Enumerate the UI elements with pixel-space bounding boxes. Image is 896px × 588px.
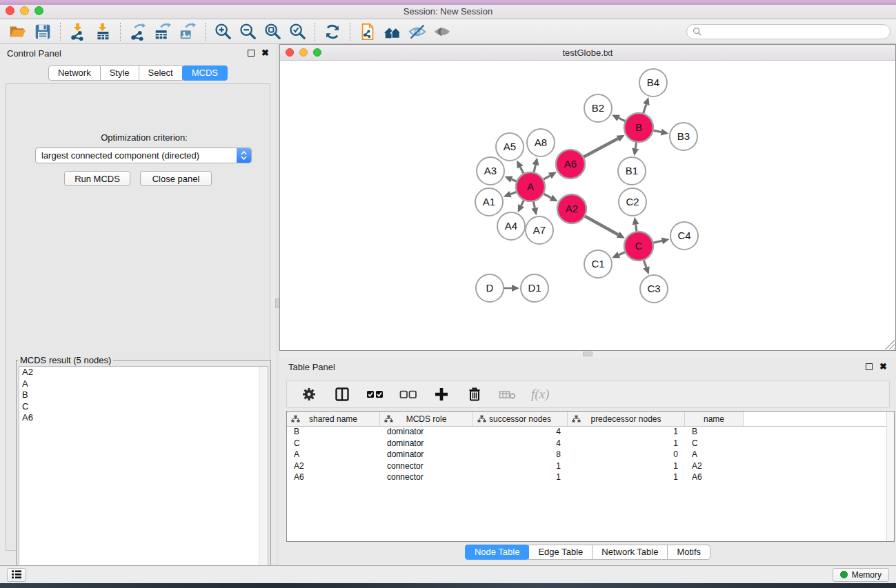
column-header-shared-name[interactable]: shared name <box>287 412 380 426</box>
edge-A6-B[interactable] <box>584 139 619 157</box>
table-cell[interactable]: dominator <box>380 427 473 438</box>
tab-motifs[interactable]: Motifs <box>667 545 710 560</box>
table-cell[interactable]: connector <box>380 461 473 473</box>
open-session-button[interactable] <box>6 21 30 42</box>
tab-select[interactable]: Select <box>139 65 183 81</box>
edge-B-B4[interactable] <box>643 104 646 114</box>
tab-edge-table[interactable]: Edge Table <box>528 545 593 560</box>
result-list-item[interactable]: C <box>19 401 268 413</box>
table-scrollbar[interactable] <box>886 412 894 541</box>
column-header-successor-nodes[interactable]: successor nodes <box>473 412 568 426</box>
edge-A-A4[interactable] <box>521 200 524 206</box>
edge-C-C3[interactable] <box>644 260 646 267</box>
close-panel-icon[interactable]: ✖ <box>261 50 269 57</box>
task-history-button[interactable] <box>7 568 26 582</box>
edge-A-A5[interactable] <box>520 167 524 174</box>
result-list-item[interactable]: A6 <box>19 412 268 424</box>
table-cell[interactable]: 1 <box>473 472 568 484</box>
zoom-out-button[interactable] <box>235 21 260 42</box>
result-list-scrollbar[interactable] <box>259 367 268 587</box>
column-header-mcds-role[interactable]: MCDS role <box>380 412 473 426</box>
criterion-dropdown[interactable]: largest connected component (directed) <box>35 148 252 163</box>
close-panel-button[interactable]: Close panel <box>140 171 212 186</box>
close-panel-icon[interactable]: ✖ <box>879 363 887 370</box>
edge-A-A7[interactable] <box>533 201 535 208</box>
edge-A-A1[interactable] <box>510 192 517 194</box>
table-cell[interactable]: dominator <box>380 438 473 450</box>
network-canvas[interactable]: AA1A2A3A4A5A6A7A8BB1B2B3B4CC1C2C3C4DD1 <box>280 61 895 350</box>
table-cell[interactable]: 4 <box>473 438 568 450</box>
home-layout-button[interactable] <box>380 21 405 42</box>
mcds-result-list[interactable]: A2ABCA6 <box>19 366 268 587</box>
zoom-selected-button[interactable] <box>285 21 310 42</box>
tab-node-table[interactable]: Node Table <box>465 545 530 560</box>
tab-mcds[interactable]: MCDS <box>182 65 228 81</box>
unselect-all-button[interactable] <box>399 385 418 404</box>
edge-B-B3[interactable] <box>653 130 661 132</box>
hide-selected-button[interactable] <box>405 21 430 42</box>
table-cell[interactable]: 0 <box>568 449 685 461</box>
table-cell[interactable]: C <box>685 438 744 450</box>
float-panel-icon[interactable] <box>866 363 873 370</box>
result-list-item[interactable]: B <box>19 389 268 401</box>
table-cell[interactable]: dominator <box>380 449 473 461</box>
table-cell[interactable]: 1 <box>473 461 568 473</box>
table-cell[interactable]: A <box>287 449 380 461</box>
export-network-button[interactable] <box>126 21 150 42</box>
table-cell[interactable]: A2 <box>685 461 744 473</box>
show-columns-button[interactable] <box>332 385 352 404</box>
select-all-button[interactable] <box>366 385 385 404</box>
app-titlebar[interactable]: Session: New Session <box>0 0 896 19</box>
table-row[interactable]: Adominator80A <box>287 449 894 461</box>
edge-A-A3[interactable] <box>512 179 517 181</box>
search-input[interactable] <box>705 27 884 37</box>
column-header-predecessor-nodes[interactable]: predecessor nodes <box>568 412 685 426</box>
tab-network[interactable]: Network <box>48 65 101 81</box>
table-cell[interactable]: 1 <box>568 438 685 450</box>
run-mcds-button[interactable]: Run MCDS <box>64 171 130 186</box>
tab-network-table[interactable]: Network Table <box>592 545 668 560</box>
edge-C-C2[interactable] <box>636 225 637 232</box>
show-all-button[interactable] <box>430 21 455 42</box>
delete-columns-button[interactable] <box>465 385 484 404</box>
table-cell[interactable]: 1 <box>568 472 685 484</box>
table-row[interactable]: Cdominator41C <box>287 438 894 450</box>
table-cell[interactable]: B <box>287 427 380 438</box>
export-table-button[interactable] <box>150 21 175 42</box>
edge-A2-C[interactable] <box>584 216 618 234</box>
table-cell[interactable]: 8 <box>473 449 568 461</box>
table-cell[interactable]: A <box>685 449 744 461</box>
table-cell[interactable]: B <box>685 427 744 438</box>
save-session-button[interactable] <box>30 21 55 42</box>
edge-B-B2[interactable] <box>619 118 626 121</box>
table-cell[interactable]: A2 <box>287 461 380 473</box>
memory-button[interactable]: Memory <box>833 568 889 582</box>
edge-A-A6[interactable] <box>543 176 550 180</box>
table-cell[interactable]: connector <box>380 472 473 484</box>
result-list-item[interactable]: A <box>19 378 268 390</box>
zoom-fit-button[interactable] <box>260 21 285 42</box>
table-cell[interactable]: 1 <box>568 461 685 473</box>
table-cell[interactable]: A6 <box>685 472 744 484</box>
import-table-button[interactable] <box>90 21 115 42</box>
table-row[interactable]: A6connector11A6 <box>287 472 894 484</box>
create-column-button[interactable] <box>432 385 451 404</box>
edge-A-A8[interactable] <box>534 165 536 172</box>
zoom-in-button[interactable] <box>210 21 235 42</box>
table-row[interactable]: Bdominator41B <box>287 427 894 438</box>
float-panel-icon[interactable] <box>248 50 255 57</box>
column-header-name[interactable]: name <box>685 412 744 426</box>
edge-A-A2[interactable] <box>544 194 551 198</box>
table-cell[interactable]: 1 <box>568 427 685 438</box>
divider-handle[interactable] <box>583 352 593 356</box>
edge-B-B1[interactable] <box>635 142 637 149</box>
result-list-item[interactable]: A2 <box>19 367 268 378</box>
import-network-button[interactable] <box>66 21 90 42</box>
table-settings-button[interactable] <box>299 385 319 404</box>
table-cell[interactable]: 4 <box>473 427 568 438</box>
refresh-button[interactable] <box>320 21 345 42</box>
edge-C-C4[interactable] <box>653 241 661 243</box>
table-cell[interactable]: C <box>287 438 380 450</box>
horizontal-split-divider[interactable] <box>279 351 896 358</box>
edge-C-C1[interactable] <box>619 252 626 254</box>
